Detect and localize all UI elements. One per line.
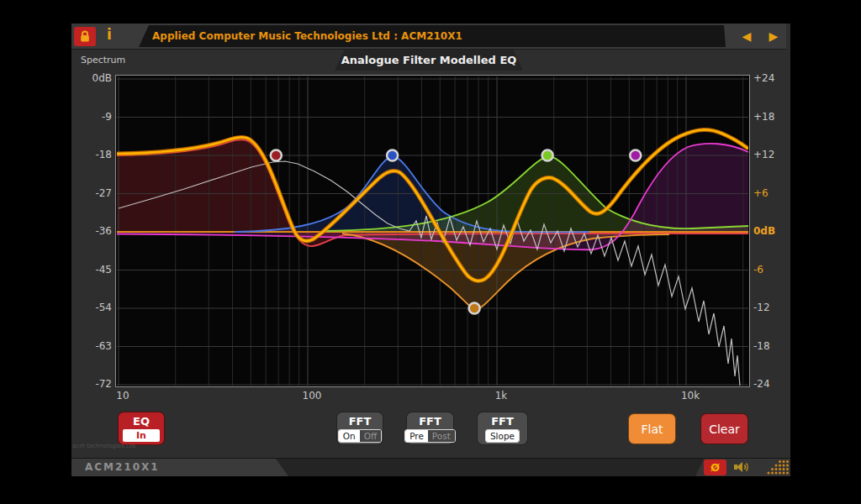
- frequency-axis-tick: 1k: [495, 390, 508, 402]
- right-axis-tick: -18: [753, 339, 770, 353]
- eq-band-handle-high-shelf[interactable]: [630, 150, 641, 161]
- right-axis-tick: +18: [753, 110, 774, 123]
- fft-on-off-button[interactable]: FFT On Off: [336, 412, 383, 445]
- eq-state-badge: In: [123, 429, 160, 442]
- right-axis-tick: -12: [753, 301, 770, 314]
- fft-label: FFT: [491, 415, 514, 428]
- clear-button-label: Clear: [709, 423, 740, 436]
- plugin-window: i Applied Computer Music Technologies Lt…: [71, 24, 790, 475]
- resize-grip[interactable]: [766, 460, 790, 475]
- clear-button[interactable]: Clear: [700, 413, 748, 444]
- fft-slope-button[interactable]: FFT Slope: [477, 412, 528, 445]
- left-axis-tick: -18: [77, 148, 112, 161]
- right-axis-tick: +24: [753, 71, 774, 85]
- eq-button-label: EQ: [133, 415, 150, 428]
- fft-post-segment[interactable]: Post: [428, 430, 455, 442]
- band-fill-layer: [117, 139, 748, 309]
- speaker-icon[interactable]: [733, 459, 752, 475]
- fft-off-segment[interactable]: Off: [360, 430, 382, 442]
- frequency-axis-tick: 10: [116, 390, 129, 402]
- vendor-watermark: acm technologies Ltd: [72, 443, 135, 449]
- right-axis-tick: +6: [753, 186, 769, 200]
- window-title: Applied Computer Music Technologies Ltd …: [152, 30, 462, 42]
- left-axis-tick: -27: [77, 186, 112, 200]
- fft-slope-segment[interactable]: Slope: [486, 430, 519, 442]
- left-axis-ticks: 0dB-9-18-27-36-45-54-63-72: [78, 24, 114, 444]
- eq-band-handle-low-shelf[interactable]: [271, 150, 282, 161]
- left-axis-tick: -54: [77, 301, 112, 314]
- prev-arrow-button[interactable]: ◀: [738, 29, 755, 44]
- eq-graph[interactable]: [115, 75, 750, 387]
- title-bar: i Applied Computer Music Technologies Lt…: [71, 24, 786, 50]
- flat-button[interactable]: Flat: [628, 413, 676, 444]
- eq-band-handle-bell-3[interactable]: [542, 150, 553, 161]
- frequency-axis-tick: 100: [303, 390, 322, 402]
- frequency-axis-ticks: 101001k10k: [71, 390, 790, 403]
- left-axis-tick: -9: [77, 110, 112, 123]
- right-axis-tick: -6: [753, 263, 763, 276]
- frequency-axis-tick: 10k: [681, 390, 700, 402]
- title-strip: Applied Computer Music Technologies Ltd …: [139, 25, 726, 47]
- tab-analogue-filter-eq[interactable]: Analogue Filter Modelled EQ: [335, 50, 523, 71]
- fft-pre-segment[interactable]: Pre: [405, 430, 428, 442]
- right-axis-tick: 0dB: [753, 224, 775, 238]
- left-axis-tick: 0dB: [77, 71, 112, 85]
- right-axis-tick: -24: [753, 377, 770, 391]
- left-axis-tick: -36: [77, 224, 112, 238]
- status-bar: ACM210X1 Ø: [71, 458, 790, 476]
- right-axis-ticks: +24+18+12+60dB-6-12-18-24: [753, 24, 790, 444]
- fft-pre-post-button[interactable]: FFT Pre Post: [406, 412, 454, 445]
- left-axis-tick: -72: [77, 377, 112, 391]
- fft-label: FFT: [349, 415, 372, 428]
- device-name: ACM210X1: [71, 459, 288, 476]
- fft-on-segment[interactable]: On: [339, 430, 360, 442]
- eq-in-button[interactable]: EQ In: [118, 412, 165, 445]
- left-axis-tick: -63: [77, 339, 112, 353]
- flat-button-label: Flat: [641, 423, 663, 436]
- eq-band-handle-bell-1[interactable]: [387, 150, 398, 161]
- device-name-tab: ACM210X1: [71, 459, 288, 476]
- eq-band-handle-bell-2[interactable]: [469, 303, 480, 314]
- phase-invert-button[interactable]: Ø: [704, 459, 726, 475]
- right-axis-tick: +12: [753, 148, 774, 161]
- left-axis-tick: -45: [77, 263, 112, 276]
- fft-label: FFT: [419, 415, 441, 428]
